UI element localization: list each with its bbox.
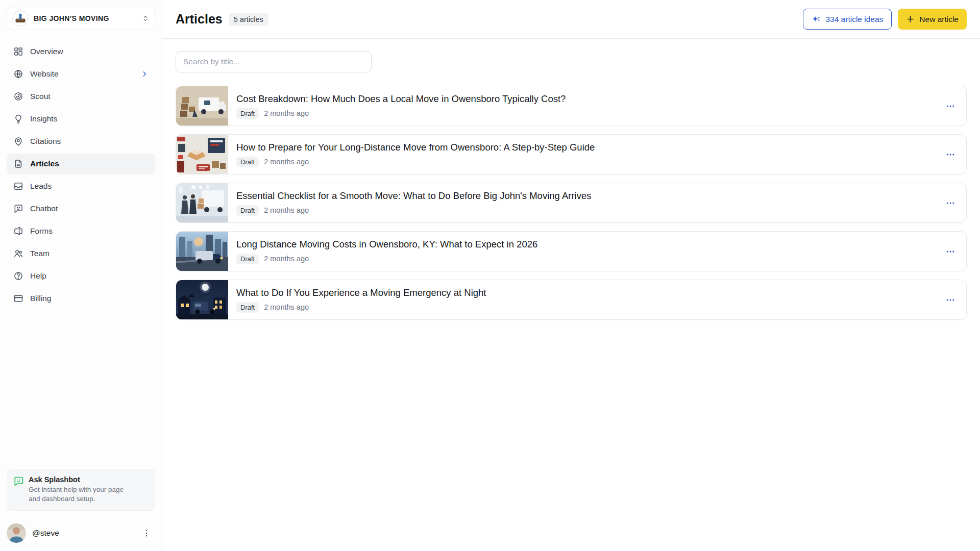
credit-card-icon	[13, 293, 23, 304]
sidebar-item-label: Insights	[30, 114, 149, 123]
dots-horizontal-icon	[945, 246, 955, 257]
page-header: Articles 5 articles 334 article ideas Ne…	[162, 0, 980, 39]
radar-icon	[13, 91, 23, 102]
sidebar-item-billing[interactable]: Billing	[7, 288, 155, 309]
grid-icon	[13, 46, 23, 57]
article-menu-button[interactable]	[942, 146, 959, 163]
article-updated: 2 months ago	[264, 109, 309, 117]
status-badge: Draft	[236, 157, 259, 167]
sidebar-item-label: Citations	[30, 137, 149, 146]
article-title: Essential Checklist for a Smooth Move: W…	[236, 190, 942, 202]
article-title: What to Do If You Experience a Moving Em…	[236, 287, 942, 298]
sidebar-item-citations[interactable]: Citations	[7, 131, 155, 152]
chevron-right-icon	[140, 70, 149, 78]
splashbot-chat-icon	[13, 476, 23, 486]
sidebar-item-label: Leads	[30, 182, 149, 191]
article-updated: 2 months ago	[264, 206, 309, 214]
article-menu-button[interactable]	[942, 194, 959, 212]
sidebar-item-label: Help	[30, 271, 149, 281]
status-badge: Draft	[236, 205, 259, 216]
sidebar-item-insights[interactable]: Insights	[7, 109, 155, 129]
chat-bubble-icon	[13, 204, 23, 214]
user-handle: @steve	[32, 529, 139, 538]
sidebar: BIG JOHN'S MOVING OverviewWebsiteScoutIn…	[0, 0, 162, 551]
workspace-switcher[interactable]: BIG JOHN'S MOVING	[7, 7, 155, 30]
article-row[interactable]: Cost Breakdown: How Much Does a Local Mo…	[176, 86, 967, 126]
article-title: Long Distance Moving Costs in Owensboro,…	[236, 239, 942, 250]
article-menu-button[interactable]	[942, 243, 959, 260]
dots-horizontal-icon	[945, 101, 955, 111]
user-menu-button[interactable]	[139, 526, 154, 540]
splashbot-description: Get instant help with your page and dash…	[29, 485, 131, 504]
sparkle-icon	[812, 15, 821, 24]
article-count-badge: 5 articles	[229, 13, 268, 26]
sidebar-item-label: Website	[30, 69, 140, 79]
article-menu-button[interactable]	[942, 291, 959, 309]
new-article-button[interactable]: New article	[898, 9, 967, 30]
article-row[interactable]: What to Do If You Experience a Moving Em…	[176, 280, 967, 320]
sidebar-item-website[interactable]: Website	[7, 64, 155, 84]
article-thumbnail	[176, 135, 228, 174]
article-ideas-label: 334 article ideas	[825, 15, 883, 24]
status-badge: Draft	[236, 254, 259, 264]
article-thumbnail	[176, 183, 228, 222]
article-title: How to Prepare for Your Long-Distance Mo…	[236, 142, 942, 153]
article-row[interactable]: Essential Checklist for a Smooth Move: W…	[176, 183, 967, 223]
dots-horizontal-icon	[945, 149, 955, 160]
lightbulb-icon	[13, 114, 23, 124]
articles-content: Cost Breakdown: How Much Does a Local Mo…	[162, 39, 980, 551]
article-thumbnail	[176, 232, 228, 271]
user-row: @steve	[0, 517, 162, 551]
users-icon	[13, 248, 23, 259]
sidebar-item-overview[interactable]: Overview	[7, 41, 155, 62]
article-menu-button[interactable]	[942, 97, 959, 115]
sidebar-item-forms[interactable]: Forms	[7, 221, 155, 241]
avatar[interactable]	[7, 523, 26, 543]
workspace-logo-icon	[12, 10, 29, 27]
help-circle-icon	[13, 271, 23, 281]
new-article-label: New article	[919, 15, 959, 24]
article-updated: 2 months ago	[264, 303, 309, 311]
inbox-icon	[13, 181, 23, 191]
sidebar-item-team[interactable]: Team	[7, 243, 155, 264]
sidebar-item-label: Articles	[30, 159, 149, 168]
input-field-icon	[13, 226, 23, 236]
map-pin-icon	[13, 136, 23, 146]
workspace-name: BIG JOHN'S MOVING	[34, 14, 141, 22]
status-badge: Draft	[236, 108, 259, 119]
article-ideas-button[interactable]: 334 article ideas	[803, 9, 892, 30]
article-thumbnail	[176, 280, 228, 319]
splashbot-title: Ask Splashbot	[29, 475, 131, 484]
article-row[interactable]: How to Prepare for Your Long-Distance Mo…	[176, 134, 967, 174]
sidebar-item-help[interactable]: Help	[7, 266, 155, 286]
sidebar-item-articles[interactable]: Articles	[7, 154, 155, 174]
status-badge: Draft	[236, 302, 259, 313]
dots-horizontal-icon	[945, 198, 955, 208]
sidebar-item-label: Overview	[30, 47, 149, 56]
main-area: Articles 5 articles 334 article ideas Ne…	[162, 0, 980, 551]
sidebar-item-label: Chatbot	[30, 204, 149, 213]
article-list: Cost Breakdown: How Much Does a Local Mo…	[176, 86, 967, 320]
article-updated: 2 months ago	[264, 255, 309, 263]
article-title: Cost Breakdown: How Much Does a Local Mo…	[236, 93, 942, 105]
article-thumbnail	[176, 86, 228, 126]
sidebar-nav: OverviewWebsiteScoutInsightsCitationsArt…	[0, 41, 162, 309]
chevrons-up-down-icon	[141, 14, 150, 22]
globe-icon	[13, 69, 23, 79]
sidebar-item-label: Billing	[30, 294, 149, 303]
sidebar-item-label: Scout	[30, 92, 149, 101]
search-input[interactable]	[176, 51, 372, 72]
article-updated: 2 months ago	[264, 158, 309, 166]
sidebar-item-chatbot[interactable]: Chatbot	[7, 198, 155, 219]
sidebar-item-scout[interactable]: Scout	[7, 86, 155, 107]
plus-icon	[906, 15, 915, 23]
document-icon	[13, 159, 23, 169]
article-row[interactable]: Long Distance Moving Costs in Owensboro,…	[176, 231, 967, 271]
sidebar-item-label: Forms	[30, 227, 149, 236]
sidebar-item-label: Team	[30, 249, 149, 258]
sidebar-item-leads[interactable]: Leads	[7, 176, 155, 196]
ask-splashbot-card[interactable]: Ask Splashbot Get instant help with your…	[7, 469, 155, 511]
page-title: Articles	[176, 12, 223, 27]
dots-horizontal-icon	[945, 295, 955, 305]
